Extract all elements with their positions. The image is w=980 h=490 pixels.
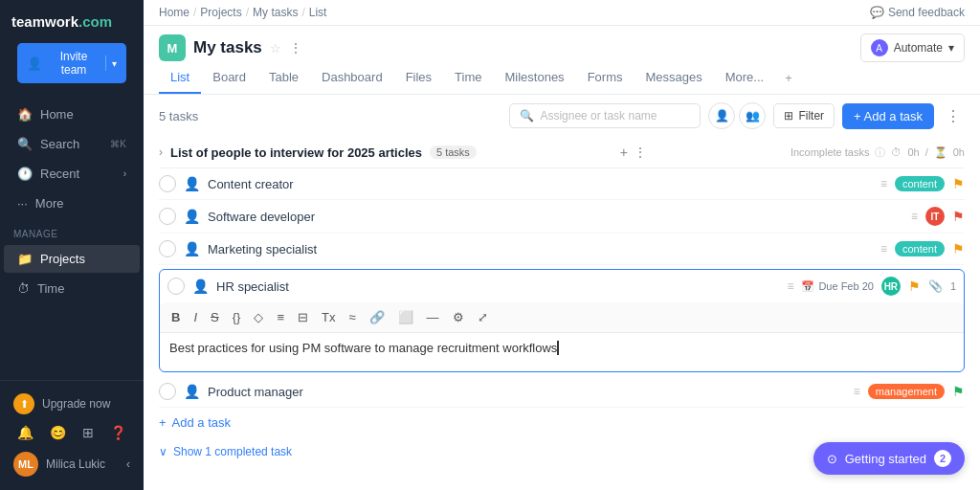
add-task-button[interactable]: + Add a task <box>842 103 934 129</box>
tab-dashboard[interactable]: Dashboard <box>310 62 394 94</box>
user-circle-icon: 👤 <box>27 56 42 71</box>
invite-team-button[interactable]: 👤 Invite team ▾ <box>17 43 126 83</box>
chevron-down-icon: ▾ <box>112 58 117 69</box>
user-profile[interactable]: ML Milica Lukic ‹ <box>10 446 134 482</box>
task-checkbox[interactable] <box>159 208 176 225</box>
tab-forms[interactable]: Forms <box>576 62 635 94</box>
task-name[interactable]: Software developer <box>208 210 903 224</box>
bold-button[interactable]: B <box>167 308 184 326</box>
star-icon[interactable]: ☆ <box>270 41 281 56</box>
flag-icon[interactable]: ⚑ <box>952 384 965 399</box>
avatar: IT <box>925 207 945 226</box>
priority-icon: ≡ <box>880 242 887 256</box>
calendar-icon: 📅 <box>801 280 814 293</box>
divider-button[interactable]: — <box>423 308 443 326</box>
link-button[interactable]: 🔗 <box>366 308 389 326</box>
avatar: ML <box>13 452 38 477</box>
editor-content[interactable]: Best practices for using PM software to … <box>160 333 964 371</box>
flag-icon[interactable]: ⚑ <box>952 241 965 256</box>
sidebar-nav: 🏠 Home 🔍 Search ⌘K 🕐 Recent › ··· More M… <box>0 93 144 380</box>
task-name[interactable]: Product manager <box>208 385 846 399</box>
task-name[interactable]: Marketing specialist <box>208 242 873 256</box>
sidebar-item-home[interactable]: 🏠 Home <box>4 100 140 128</box>
sidebar-item-projects[interactable]: 📁 Projects <box>4 245 140 273</box>
task-tag[interactable]: management <box>868 384 945 399</box>
task-name[interactable]: HR specialist <box>216 279 779 294</box>
help-icon[interactable]: ❓ <box>110 425 126 440</box>
settings-button[interactable]: ⚙ <box>449 308 468 326</box>
getting-started-button[interactable]: ⊙ Getting started 2 <box>813 442 965 475</box>
sidebar-item-search[interactable]: 🔍 Search ⌘K <box>4 130 140 158</box>
task-checkbox[interactable] <box>159 383 176 400</box>
home-icon: 🏠 <box>17 107 33 122</box>
code-button[interactable]: {} <box>229 308 245 326</box>
logo-text: teamwork.com <box>11 13 112 30</box>
collapse-sidebar-icon[interactable]: ‹ <box>126 457 130 471</box>
page-header: M My tasks ☆ ⋮ A Automate ▾ <box>144 26 980 62</box>
sidebar-item-recent[interactable]: 🕐 Recent › <box>4 160 140 188</box>
sidebar-item-time[interactable]: ⏱ Time <box>4 275 140 302</box>
user-filter-single-icon[interactable]: 👤 <box>708 102 735 129</box>
flag-icon[interactable]: ⚑ <box>952 209 965 224</box>
send-feedback-link[interactable]: 💬 Send feedback <box>870 6 965 19</box>
assignee-icon: 👤 <box>184 209 200 224</box>
task-checkbox[interactable] <box>159 175 176 192</box>
tab-files[interactable]: Files <box>394 62 443 94</box>
task-row: 👤 Content creator ≡ content ⚑ <box>159 168 965 200</box>
divider <box>105 56 106 71</box>
expand-button[interactable]: ⤢ <box>474 308 492 326</box>
tabs: List Board Table Dashboard Files Time Mi… <box>144 62 980 95</box>
breadcrumb: Home / Projects / My tasks / List <box>159 6 860 19</box>
filter-button[interactable]: ⊞ Filter <box>773 103 835 128</box>
sidebar-item-more[interactable]: ··· More <box>4 189 140 217</box>
format2-button[interactable]: ≈ <box>345 308 359 326</box>
assignee-icon: 👤 <box>184 384 200 399</box>
breadcrumb-sep: / <box>193 6 196 19</box>
kebab-menu-icon[interactable]: ⋮ <box>942 103 965 129</box>
automate-button[interactable]: A Automate ▾ <box>860 33 965 62</box>
bell-icon[interactable]: 🔔 <box>17 425 33 440</box>
task-tag[interactable]: content <box>895 241 945 256</box>
help-circle-icon: ⓘ <box>875 145 885 160</box>
logo: teamwork.com <box>0 0 144 39</box>
emoji-icon[interactable]: 😊 <box>50 425 66 440</box>
add-group-task-icon[interactable]: + <box>620 145 628 160</box>
topbar: Home / Projects / My tasks / List 💬 Send… <box>144 0 980 26</box>
bullet-list-button[interactable]: ≡ <box>273 308 288 326</box>
text-format-button[interactable]: Tx <box>318 308 339 326</box>
chevron-right-icon: › <box>123 168 126 179</box>
grid-icon[interactable]: ⊞ <box>82 425 94 440</box>
tab-more[interactable]: More... <box>714 62 775 94</box>
page-options-icon[interactable]: ⋮ <box>289 40 304 56</box>
user-filter-group-icon[interactable]: 👥 <box>739 102 766 129</box>
italic-button[interactable]: I <box>189 308 201 326</box>
clear-format-button[interactable]: ◇ <box>250 308 267 326</box>
task-checkbox[interactable] <box>167 278 185 295</box>
collapse-group-icon[interactable]: › <box>159 145 163 159</box>
tab-board[interactable]: Board <box>201 62 257 94</box>
tab-time[interactable]: Time <box>443 62 493 94</box>
tab-messages[interactable]: Messages <box>634 62 713 94</box>
task-name[interactable]: Content creator <box>208 177 873 191</box>
flag-icon[interactable]: ⚑ <box>952 176 965 191</box>
image-button[interactable]: ⬜ <box>394 308 417 326</box>
group-kebab-icon[interactable]: ⋮ <box>634 145 647 160</box>
task-checkbox[interactable] <box>159 240 176 257</box>
tab-milestones[interactable]: Milestones <box>493 62 575 94</box>
add-task-row[interactable]: + Add a task <box>159 408 965 437</box>
assignee-icon: 👤 <box>184 241 200 256</box>
search-icon: 🔍 <box>17 137 33 151</box>
task-group-header: › List of people to interview for 2025 a… <box>159 137 965 168</box>
automate-icon: A <box>871 39 888 56</box>
tab-table[interactable]: Table <box>257 62 310 94</box>
upgrade-button[interactable]: ⬆ Upgrade now <box>10 389 134 419</box>
add-tab-icon[interactable]: + <box>777 63 800 93</box>
tab-list[interactable]: List <box>159 62 201 94</box>
flag-icon[interactable]: ⚑ <box>908 278 921 294</box>
task-tag[interactable]: content <box>895 176 945 191</box>
strikethrough-button[interactable]: S <box>207 308 223 326</box>
task-row-expanded: 👤 HR specialist ≡ 📅 Due Feb 20 HR ⚑ 📎 1 … <box>159 269 965 372</box>
breadcrumb-projects: Projects <box>200 6 241 19</box>
ordered-list-button[interactable]: ⊟ <box>294 308 312 326</box>
search-box[interactable]: 🔍 Assignee or task name <box>509 103 701 128</box>
